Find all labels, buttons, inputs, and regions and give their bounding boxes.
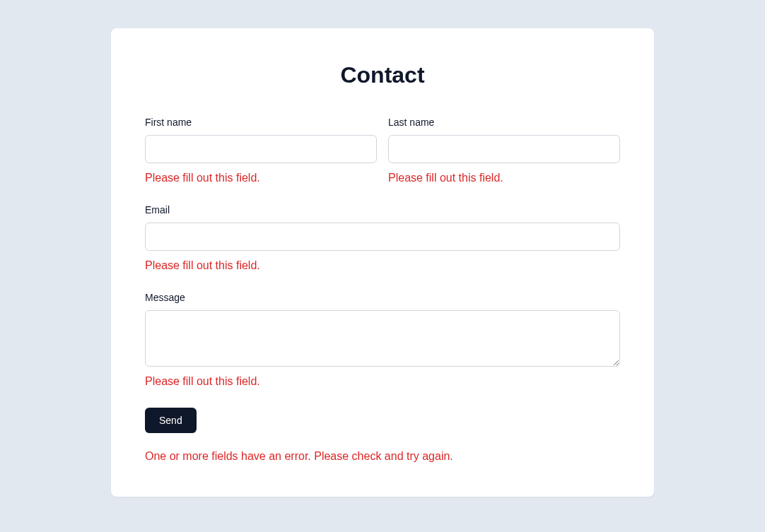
email-field: Email Please fill out this field.	[145, 204, 620, 272]
first-name-field: First name Please fill out this field.	[145, 117, 377, 184]
form-error-message: One or more fields have an error. Please…	[145, 450, 620, 463]
last-name-label: Last name	[388, 117, 620, 128]
send-button[interactable]: Send	[145, 408, 197, 433]
email-input[interactable]	[145, 223, 620, 251]
email-error: Please fill out this field.	[145, 259, 620, 272]
message-error: Please fill out this field.	[145, 375, 620, 388]
message-label: Message	[145, 292, 620, 303]
message-input[interactable]	[145, 310, 620, 367]
name-row: First name Please fill out this field. L…	[145, 117, 620, 184]
last-name-input[interactable]	[388, 135, 620, 163]
last-name-error: Please fill out this field.	[388, 172, 620, 184]
first-name-error: Please fill out this field.	[145, 172, 377, 184]
last-name-field: Last name Please fill out this field.	[388, 117, 620, 184]
first-name-input[interactable]	[145, 135, 377, 163]
email-label: Email	[145, 204, 620, 215]
page-title: Contact	[145, 62, 620, 88]
contact-form: First name Please fill out this field. L…	[145, 117, 620, 463]
message-field: Message Please fill out this field.	[145, 292, 620, 388]
contact-form-card: Contact First name Please fill out this …	[111, 28, 654, 497]
first-name-label: First name	[145, 117, 377, 128]
